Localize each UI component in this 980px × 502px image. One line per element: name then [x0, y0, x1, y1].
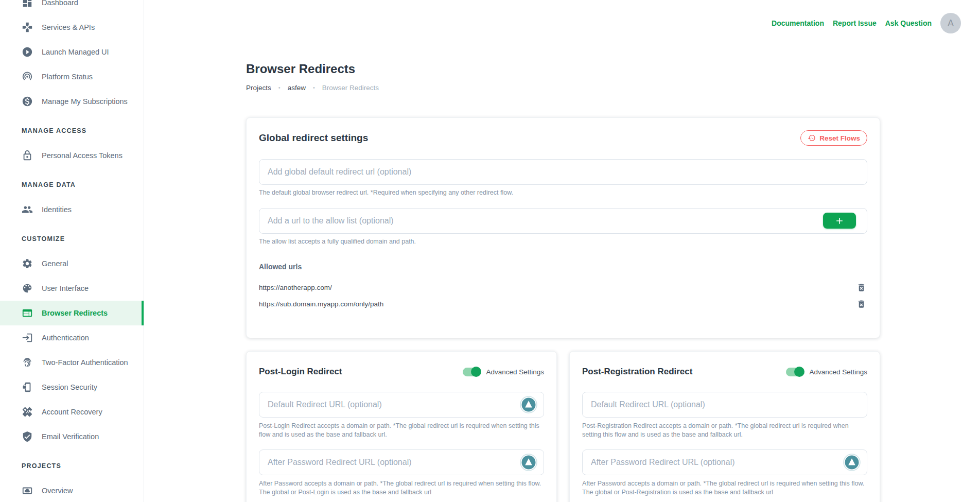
sidebar-item-label: Manage My Subscriptions: [42, 97, 128, 106]
breadcrumb-projects[interactable]: Projects: [246, 84, 271, 92]
post-registration-after-password-input[interactable]: [582, 449, 867, 475]
global-redirect-settings-card: Global redirect settings Reset Flows The…: [246, 117, 880, 338]
post-registration-redirect-card: Post-Registration Redirect Advanced Sett…: [569, 351, 880, 502]
post-login-after-password-field-wrap: [259, 449, 544, 475]
breadcrumb-current: Browser Redirects: [322, 84, 379, 92]
post-login-redirect-card: Post-Login Redirect Advanced Settings Po…: [246, 351, 557, 502]
reset-flows-button[interactable]: Reset Flows: [800, 130, 867, 146]
sidebar-item-dashboard[interactable]: Dashboard: [0, 0, 144, 15]
post-registration-default-helper: Post-Registration Redirect accepts a dom…: [582, 422, 867, 439]
sidebar-item-label: Email Verification: [42, 432, 99, 441]
mountain-logo-icon: [843, 454, 861, 471]
allowed-url-row: https://sub.domain.myapp.com/only/path: [259, 298, 867, 310]
reset-flows-label: Reset Flows: [819, 134, 860, 142]
sidebar-item-launch-managed-ui[interactable]: Launch Managed UI: [0, 40, 144, 64]
trash-delete-icon: [856, 299, 866, 309]
add-allow-url-button[interactable]: [823, 213, 856, 229]
topbar: Documentation Report Issue Ask Question …: [144, 0, 980, 46]
sidebar-item-authentication[interactable]: Authentication: [0, 325, 144, 350]
shield-check-icon: [22, 431, 33, 442]
allowed-url-row: https://anotherapp.com/: [259, 281, 867, 293]
advanced-settings-toggle[interactable]: [463, 368, 480, 376]
sidebar-item-browser-redirects[interactable]: Browser Redirects: [0, 301, 144, 325]
documentation-link[interactable]: Documentation: [772, 19, 824, 27]
avatar[interactable]: A: [940, 13, 961, 33]
mountain-logo-icon: [520, 454, 537, 471]
sidebar-nav: Dashboard Services & APIs Launch Managed…: [0, 0, 144, 502]
app-root: Dashboard Services & APIs Launch Managed…: [0, 0, 980, 502]
post-login-default-redirect-input[interactable]: [259, 392, 544, 418]
sidebar-section-header-projects: PROJECTS: [0, 454, 144, 478]
people-icon: [22, 204, 33, 215]
post-registration-card-header: Post-Registration Redirect Advanced Sett…: [582, 364, 867, 379]
page-title: Browser Redirects: [246, 60, 880, 77]
sidebar-item-label: Authentication: [42, 334, 89, 342]
mountain-logo-icon: [520, 396, 537, 413]
ask-question-link[interactable]: Ask Question: [885, 19, 932, 27]
sidebar-item-email-verification[interactable]: Email Verification: [0, 424, 144, 449]
advanced-settings-label: Advanced Settings: [809, 368, 867, 376]
dollar-circle-icon: [22, 96, 33, 107]
toggle-knob: [794, 367, 804, 377]
sidebar-item-session-security[interactable]: Session Security: [0, 375, 144, 400]
global-default-redirect-input[interactable]: [259, 159, 867, 185]
sidebar-item-general[interactable]: General: [0, 251, 144, 276]
post-registration-after-password-field-wrap: [582, 449, 867, 475]
post-login-card-header: Post-Login Redirect Advanced Settings: [259, 364, 544, 379]
sidebar-item-identities[interactable]: Identities: [0, 197, 144, 222]
login-arrow-icon: [22, 332, 33, 343]
post-login-after-password-input[interactable]: [259, 449, 544, 475]
sidebar-item-label: Platform Status: [42, 73, 93, 81]
browser-window-icon: [22, 307, 33, 319]
fingerprint-icon: [22, 357, 33, 368]
report-issue-link[interactable]: Report Issue: [833, 19, 877, 27]
sidebar-item-label: Dashboard: [42, 0, 78, 7]
main-area: Documentation Report Issue Ask Question …: [144, 0, 980, 502]
delete-url-button[interactable]: [855, 298, 867, 310]
plus-icon: [834, 216, 845, 226]
post-registration-default-field-wrap: [582, 392, 867, 418]
sidebar-item-two-factor[interactable]: Two-Factor Authentication: [0, 350, 144, 375]
sidebar-item-label: General: [42, 259, 68, 268]
post-registration-after-password-helper: After Password accepts a domain or path.…: [582, 479, 867, 497]
sidebar-section-header-manage-access: MANAGE ACCESS: [0, 118, 144, 143]
advanced-settings-toggle[interactable]: [786, 368, 803, 376]
breadcrumb-project-name[interactable]: asfew: [288, 84, 306, 92]
sidebar-item-user-interface[interactable]: User Interface: [0, 276, 144, 301]
play-circle-icon: [22, 46, 33, 58]
sidebar-item-label: Browser Redirects: [42, 309, 108, 317]
sidebar-item-overview[interactable]: Overview: [0, 478, 144, 502]
sidebar-item-services-apis[interactable]: Services & APIs: [0, 15, 144, 40]
allow-list-helper: The allow list accepts a fully qualified…: [259, 237, 867, 246]
post-registration-card-title: Post-Registration Redirect: [582, 367, 692, 377]
breadcrumb-separator: •: [313, 84, 315, 91]
sidebar-item-label: Overview: [42, 487, 73, 495]
sidebar-item-account-recovery[interactable]: Account Recovery: [0, 400, 144, 424]
toggle-knob: [471, 367, 481, 377]
post-login-default-helper: Post-Login Redirect accepts a domain or …: [259, 422, 544, 439]
sidebar-section-header-manage-data: MANAGE DATA: [0, 172, 144, 197]
sidebar-item-personal-access-tokens[interactable]: Personal Access Tokens: [0, 143, 144, 168]
sidebar-item-label: Account Recovery: [42, 408, 102, 416]
delete-url-button[interactable]: [855, 281, 867, 293]
sidebar-item-label: Services & APIs: [42, 23, 95, 31]
sidebar-item-manage-subscriptions[interactable]: Manage My Subscriptions: [0, 89, 144, 114]
dashboard-icon: [22, 0, 33, 8]
history-icon: [808, 134, 816, 142]
post-login-card-title: Post-Login Redirect: [259, 367, 342, 377]
sidebar-item-platform-status[interactable]: Platform Status: [0, 64, 144, 89]
breadcrumb-separator: •: [278, 84, 281, 91]
sidebar: Dashboard Services & APIs Launch Managed…: [0, 0, 144, 502]
lock-icon: [22, 150, 33, 161]
allow-list-url-input[interactable]: [259, 208, 867, 234]
flow-cards-row: Post-Login Redirect Advanced Settings Po…: [246, 351, 880, 502]
default-redirect-helper: The default global browser redirect url.…: [259, 188, 867, 197]
allow-list-field-wrap: [259, 208, 867, 234]
post-login-advanced-settings: Advanced Settings: [463, 368, 544, 376]
gear-icon: [22, 258, 33, 269]
post-registration-default-redirect-input[interactable]: [582, 392, 867, 418]
sidebar-section-header-customize: CUSTOMIZE: [0, 227, 144, 251]
post-login-default-field-wrap: [259, 392, 544, 418]
sidebar-item-label: Identities: [42, 205, 72, 214]
sidebar-item-label: Personal Access Tokens: [42, 151, 122, 160]
